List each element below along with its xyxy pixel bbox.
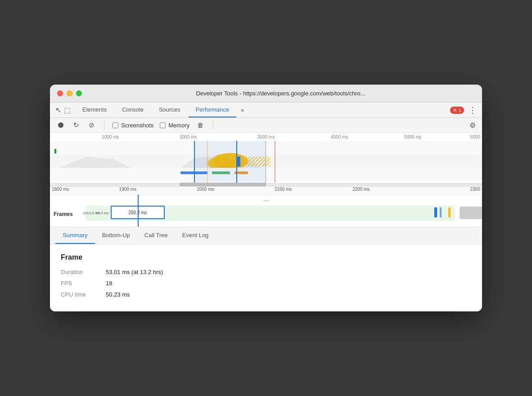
cursor-icon[interactable]: ↖ bbox=[55, 106, 61, 114]
duration-key: Duration bbox=[61, 269, 106, 275]
summary-content: Frame Duration 53.01 ms (at 13.2 hrs) FP… bbox=[50, 244, 482, 311]
summary-fps-row: FPS 18 bbox=[61, 280, 471, 287]
tab-more[interactable]: » bbox=[239, 103, 246, 117]
bottom-panel: Summary Bottom-Up Call Tree Event Log Fr… bbox=[50, 227, 482, 311]
frame-time-1: 1812.6 ms bbox=[87, 207, 96, 219]
timeline-timescale: 1800 ms 1900 ms 2000 ms 2100 ms 2200 ms … bbox=[50, 187, 482, 195]
tl-1900: 1900 ms bbox=[119, 187, 136, 192]
frame-bar-blue2 bbox=[440, 207, 442, 217]
fps-key: FPS bbox=[61, 280, 106, 287]
devtools-tab-bar: ↖ ⬚ Elements Console Sources Performance… bbox=[50, 103, 482, 118]
overview-panel[interactable]: 1000 ms 2000 ms 3000 ms 4000 ms 5000 ms … bbox=[50, 133, 482, 187]
frames-content: 1812.6 ms 53.0 ms 250.2 ms bbox=[86, 203, 482, 225]
ts-2000: 2000 ms bbox=[180, 135, 197, 140]
tl-1800: 1800 ms bbox=[52, 187, 69, 192]
clear-button[interactable]: ⊘ bbox=[87, 121, 96, 130]
tab-elements[interactable]: Elements bbox=[75, 103, 114, 117]
title-bar: Developer Tools - https://developers.goo… bbox=[50, 85, 482, 103]
kebab-menu[interactable]: ⋮ bbox=[469, 105, 477, 115]
error-badge: ✕ 1 bbox=[450, 107, 464, 114]
ts-4000: 4000 ms bbox=[331, 135, 348, 140]
svg-rect-2 bbox=[54, 149, 56, 153]
scrollbar-thumb[interactable] bbox=[180, 183, 266, 186]
overview-scrollbar[interactable] bbox=[50, 183, 482, 186]
fullscreen-button[interactable] bbox=[76, 90, 82, 96]
duration-value: 53.01 ms (at 13.2 hrs) bbox=[106, 269, 163, 275]
tl-2100: 2100 ms bbox=[275, 187, 292, 192]
svg-rect-1 bbox=[50, 141, 482, 154]
overview-visualization bbox=[50, 141, 482, 187]
window-title: Developer Tools - https://developers.goo… bbox=[86, 90, 475, 97]
ts-1000: 1000 ms bbox=[102, 135, 119, 140]
tab-console[interactable]: Console bbox=[115, 103, 151, 117]
reload-record-button[interactable]: ↻ bbox=[72, 121, 81, 130]
ts-5000: 5000 ms bbox=[404, 135, 421, 140]
frame-bar-blue1 bbox=[434, 207, 437, 217]
tab-performance[interactable]: Performance bbox=[189, 103, 236, 117]
bottom-tabs: Summary Bottom-Up Call Tree Event Log bbox=[50, 227, 482, 244]
svg-rect-11 bbox=[50, 168, 482, 181]
memory-toggle[interactable]: Memory bbox=[160, 122, 189, 129]
cpu-time-value: 50.23 ms bbox=[106, 291, 130, 298]
timeline-cursor bbox=[138, 195, 139, 227]
frames-label: Frames bbox=[50, 211, 86, 217]
close-button[interactable] bbox=[57, 90, 63, 96]
svg-point-0 bbox=[58, 122, 63, 128]
tab-summary[interactable]: Summary bbox=[55, 227, 95, 244]
tl-2000: 2000 ms bbox=[197, 187, 214, 192]
tab-event-log[interactable]: Event Log bbox=[175, 227, 216, 244]
traffic-lights bbox=[57, 90, 82, 96]
tl-2200: 2200 ms bbox=[352, 187, 370, 192]
clear-recordings-button[interactable]: 🗑 bbox=[196, 121, 205, 130]
frame-time-2: 53.0 ms bbox=[96, 207, 108, 219]
selection-region[interactable] bbox=[194, 141, 266, 186]
tab-call-tree[interactable]: Call Tree bbox=[137, 227, 175, 244]
ts-6000: 6000 bbox=[470, 135, 480, 140]
timeline-scrollbar[interactable] bbox=[460, 207, 482, 219]
device-toggle-icon[interactable]: ⬚ bbox=[64, 106, 71, 114]
devtools-window: Developer Tools - https://developers.goo… bbox=[50, 85, 482, 311]
tl-2300: 2300 bbox=[470, 187, 480, 192]
summary-cpu-row: CPU time 50.23 ms bbox=[61, 291, 471, 298]
frame-bar-orange bbox=[448, 207, 451, 217]
tab-sources[interactable]: Sources bbox=[152, 103, 188, 117]
memory-checkbox[interactable] bbox=[160, 122, 166, 128]
tab-bottom-up[interactable]: Bottom-Up bbox=[95, 227, 137, 244]
record-button[interactable] bbox=[56, 121, 65, 130]
ts-3000: 3000 ms bbox=[257, 135, 275, 140]
summary-frame-title: Frame bbox=[61, 253, 471, 261]
screenshots-checkbox[interactable] bbox=[113, 122, 118, 128]
perf-toolbar: ↻ ⊘ Screenshots Memory 🗑 ⚙ bbox=[50, 118, 482, 133]
minimize-button[interactable] bbox=[67, 90, 72, 96]
separator2 bbox=[213, 121, 213, 130]
separator bbox=[104, 121, 104, 130]
summary-duration-row: Duration 53.01 ms (at 13.2 hrs) bbox=[61, 269, 471, 275]
expand-dots[interactable]: ... bbox=[50, 195, 482, 203]
frames-section: Frames 1812.6 ms 53.0 ms 250.2 ms bbox=[50, 203, 482, 225]
settings-button[interactable]: ⚙ bbox=[469, 121, 476, 130]
screenshots-toggle[interactable]: Screenshots bbox=[113, 122, 153, 129]
timeline-panel[interactable]: 1800 ms 1900 ms 2000 ms 2100 ms 2200 ms … bbox=[50, 187, 482, 227]
cpu-time-key: CPU time bbox=[61, 291, 106, 298]
fps-value: 18 bbox=[106, 280, 112, 287]
